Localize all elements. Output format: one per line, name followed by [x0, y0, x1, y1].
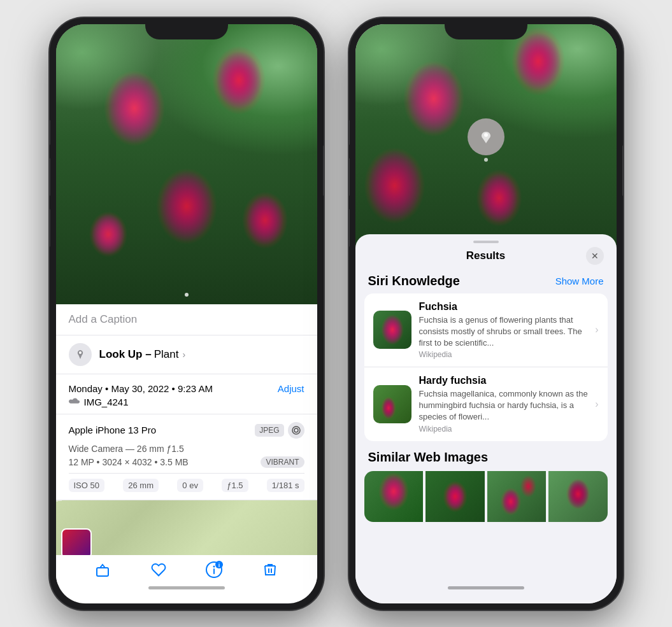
photo-indicator-dot — [185, 293, 189, 297]
meta-date: Monday • May 30, 2022 • 9:23 AM — [69, 383, 213, 394]
meta-section: Monday • May 30, 2022 • 9:23 AM Adjust I… — [56, 374, 317, 414]
delete-button[interactable] — [261, 560, 280, 579]
caption-placeholder[interactable]: Add a Caption — [69, 313, 138, 325]
vibrant-badge: VIBRANT — [261, 456, 304, 468]
power-button-right — [622, 145, 623, 196]
exif-iso: ISO 50 — [69, 479, 104, 492]
flower-background — [56, 24, 317, 304]
exif-row: ISO 50 26 mm 0 ev ƒ1.5 1/181 s — [69, 473, 304, 492]
similar-section: Similar Web Images — [364, 450, 608, 522]
fuchsia-info: Fuchsia Fuchsia is a genus of flowering … — [419, 301, 592, 360]
fuchsia-description: Fuchsia is a genus of flowering plants t… — [419, 314, 592, 349]
volume-down-button — [50, 209, 50, 247]
adjust-button[interactable]: Adjust — [278, 383, 304, 394]
siri-knowledge-header: Siri Knowledge Show More — [368, 274, 604, 288]
lookup-bold-text: Look Up – — [99, 348, 152, 361]
device-badges: JPEG — [255, 422, 304, 439]
exif-ev: 0 ev — [177, 479, 203, 492]
svg-point-2 — [294, 428, 298, 432]
svg-rect-3 — [97, 568, 108, 576]
similar-images-title: Similar Web Images — [368, 450, 604, 465]
map-roads — [56, 500, 317, 564]
toolbar: i — [56, 555, 317, 584]
similar-image-1[interactable] — [364, 471, 424, 522]
knowledge-item-fuchsia[interactable]: Fuchsia Fuchsia is a genus of flowering … — [364, 293, 608, 367]
mp-info-text: 12 MP • 3024 × 4032 • 3.5 MB — [69, 457, 189, 467]
close-results-button[interactable]: ✕ — [586, 247, 604, 265]
exif-shutter: 1/181 s — [267, 479, 304, 492]
mute-button-right — [349, 120, 350, 145]
svg-point-1 — [292, 426, 300, 434]
knowledge-card: Fuchsia Fuchsia is a genus of flowering … — [364, 293, 608, 441]
camera-settings-icon[interactable] — [288, 422, 304, 439]
device-name-row: Apple iPhone 13 Pro JPEG — [69, 422, 304, 439]
device-section: Apple iPhone 13 Pro JPEG Wide Camera — 2… — [56, 414, 317, 500]
svg-point-10 — [484, 133, 488, 137]
results-scroll[interactable]: Siri Knowledge Show More Fuchsia Fuchsia… — [355, 267, 617, 598]
results-header: Results ✕ — [355, 243, 617, 267]
right-home-indicator — [448, 586, 524, 589]
hardy-fuchsia-info: Hardy fuchsia Fuchsia magellanica, commo… — [419, 375, 592, 433]
similar-image-3[interactable] — [487, 471, 547, 522]
lookup-icon — [69, 343, 92, 366]
mute-button — [50, 120, 50, 145]
power-button — [323, 145, 324, 196]
similar-image-2[interactable] — [425, 471, 485, 522]
lookup-subject-text: Plant — [154, 348, 179, 361]
svg-point-5 — [213, 565, 215, 567]
siri-knowledge-title: Siri Knowledge — [368, 274, 460, 288]
camera-spec-text: Wide Camera — 26 mm ƒ1.5 — [69, 444, 304, 454]
map-area[interactable] — [56, 500, 317, 564]
hardy-fuchsia-source: Wikipedia — [419, 425, 592, 433]
volume-up-button-right — [349, 158, 350, 196]
show-more-button[interactable]: Show More — [555, 276, 604, 286]
results-title: Results — [368, 250, 604, 262]
favorite-button[interactable] — [149, 560, 168, 579]
volume-down-button-right — [349, 209, 350, 247]
phones-container: Add a Caption Look Up – Plant › — [50, 18, 623, 610]
share-button[interactable] — [93, 560, 112, 579]
visual-look-up-button[interactable] — [468, 118, 504, 155]
siri-dot — [484, 158, 488, 162]
close-icon: ✕ — [591, 251, 599, 261]
similar-images-grid[interactable] — [364, 471, 608, 522]
meta-filename-row: IMG_4241 — [69, 397, 304, 407]
exif-aperture: ƒ1.5 — [222, 479, 248, 492]
filename-text: IMG_4241 — [84, 397, 129, 407]
right-phone-screen: Results ✕ Siri Knowledge Show More — [355, 24, 617, 603]
hardy-fuchsia-thumbnail — [373, 385, 411, 423]
svg-text:i: i — [218, 562, 220, 568]
right-phone: Results ✕ Siri Knowledge Show More — [349, 18, 623, 610]
left-photo-area[interactable] — [56, 24, 317, 304]
results-panel: Results ✕ Siri Knowledge Show More — [355, 234, 617, 603]
lookup-chevron-icon: › — [182, 349, 185, 360]
home-indicator — [148, 586, 225, 589]
device-name-text: Apple iPhone 13 Pro — [69, 425, 157, 435]
volume-up-button — [50, 158, 50, 196]
left-phone: Add a Caption Look Up – Plant › — [50, 18, 324, 610]
lookup-row[interactable]: Look Up – Plant › — [56, 335, 317, 374]
svg-point-0 — [79, 351, 82, 354]
hardy-fuchsia-chevron-icon: › — [595, 398, 598, 410]
fuchsia-source: Wikipedia — [419, 350, 592, 359]
fuchsia-name: Fuchsia — [419, 301, 592, 313]
caption-area[interactable]: Add a Caption — [56, 304, 317, 335]
exif-focal: 26 mm — [123, 479, 159, 492]
fuchsia-thumbnail — [373, 311, 411, 349]
mp-row: 12 MP • 3024 × 4032 • 3.5 MB VIBRANT — [69, 456, 304, 468]
hardy-fuchsia-name: Hardy fuchsia — [419, 375, 592, 386]
map-photo-thumbnail — [61, 528, 92, 559]
fuchsia-chevron-icon: › — [595, 324, 598, 335]
meta-date-row: Monday • May 30, 2022 • 9:23 AM Adjust — [69, 383, 304, 394]
info-button[interactable]: i — [204, 560, 224, 579]
format-badge: JPEG — [255, 424, 283, 437]
left-phone-screen: Add a Caption Look Up – Plant › — [56, 24, 317, 603]
knowledge-item-hardy-fuchsia[interactable]: Hardy fuchsia Fuchsia magellanica, commo… — [364, 367, 608, 441]
similar-image-4[interactable] — [548, 471, 608, 522]
lookup-label: Look Up – Plant › — [99, 348, 186, 361]
hardy-fuchsia-description: Fuchsia magellanica, commonly known as t… — [419, 388, 592, 423]
